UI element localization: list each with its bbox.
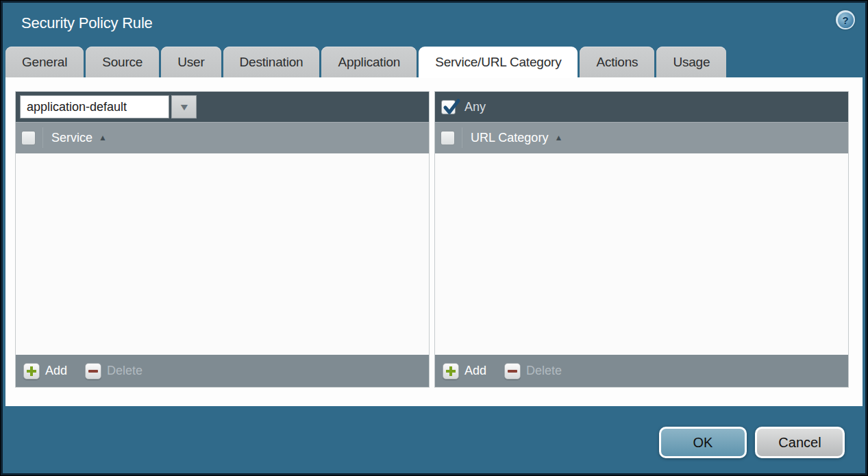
url-category-toolbar: Any — [435, 92, 848, 122]
service-column-header[interactable]: Service — [51, 131, 92, 145]
tab-general[interactable]: General — [5, 47, 84, 77]
service-footer: Add Delete — [16, 355, 429, 387]
column-divider — [42, 127, 43, 148]
service-column-header-row: Service ▲ — [16, 122, 429, 153]
url-category-footer: Add Delete — [435, 355, 848, 387]
url-category-panel: Any URL Category ▲ Add Delete — [434, 91, 849, 388]
url-category-add-button[interactable]: Add — [443, 363, 486, 379]
tab-usage[interactable]: Usage — [656, 47, 726, 77]
url-category-select-all-checkbox[interactable] — [441, 131, 455, 145]
dialog-body: application-default ▼ Service ▲ Add — [5, 77, 863, 406]
url-category-list — [435, 153, 848, 355]
url-category-delete-button[interactable]: Delete — [504, 363, 562, 379]
url-category-column-header[interactable]: URL Category — [471, 131, 548, 145]
minus-icon — [504, 363, 521, 379]
service-type-dropdown[interactable]: application-default ▼ — [20, 95, 197, 118]
chevron-down-icon: ▼ — [178, 101, 190, 112]
tab-user[interactable]: User — [161, 47, 221, 77]
tab-service-url-category[interactable]: Service/URL Category — [419, 47, 578, 78]
service-type-dropdown-value[interactable]: application-default — [20, 95, 169, 118]
column-divider — [462, 127, 462, 148]
plus-icon — [23, 363, 40, 379]
plus-icon — [443, 363, 459, 379]
service-list — [16, 153, 429, 355]
cancel-button[interactable]: Cancel — [755, 427, 845, 458]
service-panel: application-default ▼ Service ▲ Add — [15, 91, 430, 388]
sort-ascending-icon[interactable]: ▲ — [99, 133, 107, 142]
help-button[interactable]: ? — [836, 10, 855, 29]
tab-destination[interactable]: Destination — [223, 47, 320, 77]
url-category-column-header-row: URL Category ▲ — [435, 122, 848, 153]
title-bar: Security Policy Rule ? — [3, 3, 865, 47]
service-delete-button[interactable]: Delete — [85, 363, 142, 379]
tab-application[interactable]: Application — [321, 47, 417, 77]
service-add-button[interactable]: Add — [23, 363, 67, 379]
tab-actions[interactable]: Actions — [580, 47, 654, 77]
minus-icon — [85, 363, 101, 379]
service-toolbar: application-default ▼ — [16, 92, 429, 122]
page-title: Security Policy Rule — [21, 14, 153, 32]
sort-ascending-icon[interactable]: ▲ — [554, 133, 562, 142]
checkmark-icon — [442, 98, 461, 117]
service-type-dropdown-button[interactable]: ▼ — [171, 95, 197, 118]
tab-bar: General Source User Destination Applicat… — [5, 47, 726, 77]
ok-button[interactable]: OK — [659, 427, 747, 458]
help-icon: ? — [838, 12, 854, 28]
any-label: Any — [464, 100, 486, 114]
any-checkbox[interactable] — [441, 100, 456, 114]
service-select-all-checkbox[interactable] — [21, 131, 36, 145]
tab-source[interactable]: Source — [86, 47, 159, 77]
security-policy-rule-dialog: Security Policy Rule ? General Source Us… — [1, 1, 867, 475]
